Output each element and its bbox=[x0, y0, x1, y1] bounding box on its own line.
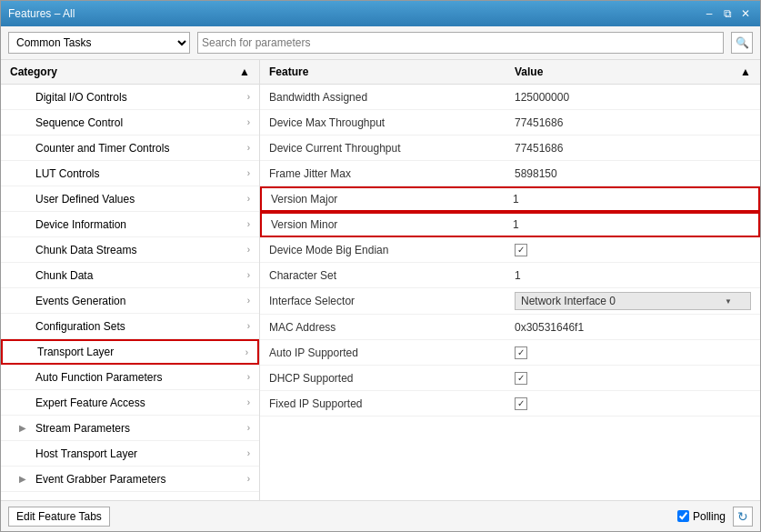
refresh-icon: ↻ bbox=[737, 509, 748, 524]
sidebar-chevron-icon: › bbox=[247, 194, 250, 204]
sidebar-item-label: Digital I/O Controls bbox=[35, 91, 127, 104]
feature-scroll-up[interactable]: ▲ bbox=[740, 65, 751, 78]
sidebar: Category ▲ ▶Digital I/O Controls›▶Sequen… bbox=[1, 60, 260, 500]
value-col-header: Value ▲ bbox=[515, 65, 751, 78]
feature-value-interface-selector[interactable]: Network Interface 0 bbox=[515, 292, 751, 310]
title-bar: Features – All – ⧉ ✕ bbox=[1, 1, 760, 26]
minimize-button[interactable]: – bbox=[702, 6, 716, 21]
checkbox-auto-ip-supported[interactable]: ✓ bbox=[515, 346, 527, 359]
sidebar-chevron-icon: › bbox=[247, 372, 250, 382]
sidebar-item-label: Events Generation bbox=[35, 295, 125, 307]
sidebar-item-expert-feature[interactable]: ▶Expert Feature Access› bbox=[1, 390, 259, 416]
sidebar-item-user-defined[interactable]: ▶User Defined Values› bbox=[1, 186, 259, 212]
feature-list: Bandwidth Assigned 125000000 Device Max … bbox=[260, 85, 760, 500]
feature-name-device-current-throughput: Device Current Throughput bbox=[269, 142, 515, 155]
sidebar-item-label: Event Grabber Parameters bbox=[35, 473, 165, 486]
feature-value-character-set: 1 bbox=[515, 269, 751, 282]
sidebar-header: Category ▲ bbox=[1, 60, 259, 85]
sidebar-item-device-info[interactable]: ▶Device Information› bbox=[1, 212, 259, 237]
sidebar-chevron-icon: › bbox=[247, 117, 250, 127]
sidebar-chevron-icon: › bbox=[247, 397, 250, 407]
sidebar-chevron-icon: › bbox=[247, 92, 250, 102]
window-title: Features – All bbox=[8, 7, 75, 20]
feature-value-frame-jitter-max: 5898150 bbox=[515, 167, 751, 180]
feature-name-version-major: Version Major bbox=[271, 193, 513, 206]
feature-value-version-major: 1 bbox=[513, 193, 749, 206]
status-left: Edit Feature Tabs bbox=[8, 507, 110, 527]
feature-value-device-max-throughput: 77451686 bbox=[515, 116, 751, 129]
feature-row-device-current-throughput: Device Current Throughput 77451686 bbox=[260, 136, 760, 161]
feature-row-auto-ip-supported: Auto IP Supported ✓ bbox=[260, 340, 760, 366]
sidebar-chevron-icon: › bbox=[247, 321, 250, 331]
feature-name-auto-ip-supported: Auto IP Supported bbox=[269, 346, 515, 359]
sidebar-item-label: Stream Parameters bbox=[35, 422, 130, 435]
sidebar-item-stream-params[interactable]: ▶Stream Parameters› bbox=[1, 416, 259, 441]
feature-row-bandwidth-assigned: Bandwidth Assigned 125000000 bbox=[260, 85, 760, 110]
feature-name-fixed-ip-supported: Fixed IP Supported bbox=[269, 397, 515, 410]
sidebar-item-counter-timer[interactable]: ▶Counter and Timer Controls› bbox=[1, 136, 259, 161]
sidebar-chevron-icon: › bbox=[247, 168, 250, 178]
sidebar-item-chunk-streams[interactable]: ▶Chunk Data Streams› bbox=[1, 237, 259, 263]
search-input[interactable] bbox=[197, 32, 724, 54]
sidebar-item-label: Sequence Control bbox=[35, 116, 123, 129]
sidebar-item-label: LUT Controls bbox=[35, 167, 99, 180]
sidebar-item-digital-io[interactable]: ▶Digital I/O Controls› bbox=[1, 85, 259, 110]
feature-name-version-minor: Version Minor bbox=[271, 218, 513, 231]
sidebar-item-config-sets[interactable]: ▶Configuration Sets› bbox=[1, 314, 259, 339]
feature-row-version-major: Version Major 1 bbox=[260, 186, 760, 212]
feature-row-fixed-ip-supported: Fixed IP Supported ✓ bbox=[260, 391, 760, 417]
feature-name-bandwidth-assigned: Bandwidth Assigned bbox=[269, 91, 515, 104]
feature-table-header: Feature Value ▲ bbox=[260, 60, 760, 85]
feature-name-dhcp-supported: DHCP Supported bbox=[269, 372, 515, 385]
sidebar-item-label: Chunk Data Streams bbox=[35, 244, 136, 256]
checkbox-fixed-ip-supported[interactable]: ✓ bbox=[515, 397, 527, 410]
sidebar-item-label: Transport Layer bbox=[37, 346, 114, 358]
polling-label[interactable]: Polling bbox=[677, 510, 726, 523]
sidebar-chevron-icon: › bbox=[245, 347, 248, 357]
sidebar-item-label: Chunk Data bbox=[35, 269, 93, 282]
common-tasks-dropdown[interactable]: Common Tasks bbox=[8, 32, 190, 54]
sidebar-item-chunk-data[interactable]: ▶Chunk Data› bbox=[1, 263, 259, 288]
sidebar-item-label: Host Transport Layer bbox=[35, 447, 137, 460]
expand-icon: ▶ bbox=[19, 474, 26, 484]
feature-row-device-mode-big-endian: Device Mode Big Endian ✓ bbox=[260, 237, 760, 263]
sidebar-item-label: Counter and Timer Controls bbox=[35, 142, 169, 155]
feature-value-device-mode-big-endian: ✓ bbox=[515, 244, 751, 256]
feature-value-fixed-ip-supported: ✓ bbox=[515, 397, 751, 410]
sidebar-chevron-icon: › bbox=[247, 245, 250, 255]
sidebar-item-host-transport[interactable]: ▶Host Transport Layer› bbox=[1, 441, 259, 467]
sidebar-chevron-icon: › bbox=[247, 296, 250, 306]
search-button[interactable]: 🔍 bbox=[731, 32, 753, 54]
feature-name-interface-selector: Interface Selector bbox=[269, 295, 515, 307]
sidebar-chevron-icon: › bbox=[247, 423, 250, 433]
sidebar-item-transport-layer[interactable]: ▶Transport Layer› bbox=[1, 339, 259, 365]
toolbar: Common Tasks 🔍 bbox=[1, 26, 760, 60]
checkbox-dhcp-supported[interactable]: ✓ bbox=[515, 372, 527, 385]
sidebar-scroll-up[interactable]: ▲ bbox=[239, 65, 250, 78]
edit-feature-tabs-button[interactable]: Edit Feature Tabs bbox=[8, 507, 110, 527]
sidebar-item-label: Auto Function Parameters bbox=[35, 371, 162, 384]
feature-row-interface-selector: Interface Selector Network Interface 0 bbox=[260, 288, 760, 315]
feature-value-bandwidth-assigned: 125000000 bbox=[515, 91, 751, 104]
checkbox-device-mode-big-endian[interactable]: ✓ bbox=[515, 244, 527, 256]
expand-icon: ▶ bbox=[19, 423, 26, 433]
feature-value-mac-address: 0x30531646f1 bbox=[515, 321, 751, 334]
feature-value-dhcp-supported: ✓ bbox=[515, 372, 751, 385]
refresh-button[interactable]: ↻ bbox=[733, 507, 753, 527]
feature-col-header: Feature bbox=[269, 65, 515, 78]
title-bar-controls: – ⧉ ✕ bbox=[702, 6, 753, 21]
sidebar-item-events-gen[interactable]: ▶Events Generation› bbox=[1, 288, 259, 314]
sidebar-item-lut-controls[interactable]: ▶LUT Controls› bbox=[1, 161, 259, 186]
feature-value-version-minor: 1 bbox=[513, 218, 749, 231]
restore-button[interactable]: ⧉ bbox=[720, 6, 735, 21]
sidebar-item-sequence-control[interactable]: ▶Sequence Control› bbox=[1, 110, 259, 136]
feature-row-device-max-throughput: Device Max Throughput 77451686 bbox=[260, 110, 760, 136]
sidebar-item-image-format[interactable]: ▶Image Format Conversion› bbox=[1, 492, 259, 500]
sidebar-item-label: Expert Feature Access bbox=[35, 396, 145, 409]
feature-row-character-set: Character Set 1 bbox=[260, 263, 760, 288]
search-icon: 🔍 bbox=[736, 36, 749, 49]
sidebar-item-event-grabber[interactable]: ▶Event Grabber Parameters› bbox=[1, 467, 259, 492]
polling-checkbox[interactable] bbox=[677, 510, 689, 522]
sidebar-item-auto-function[interactable]: ▶Auto Function Parameters› bbox=[1, 365, 259, 390]
close-button[interactable]: ✕ bbox=[738, 6, 753, 21]
